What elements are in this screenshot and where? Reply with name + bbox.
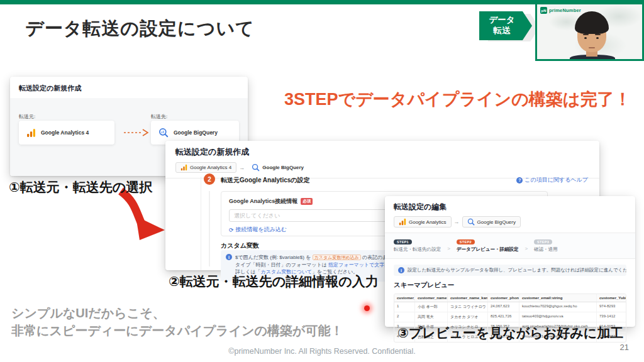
slide: データ転送の設定について データ 転送 pN primeNumber 転送設定の… [0,0,644,362]
cell: コタニ コウイチロウ [448,302,488,312]
source-chip[interactable]: Google Analytics [394,216,452,228]
shot2-connection-chips: Google Analytics 4 → Google BigQuery [165,161,599,178]
badge-line1: データ [489,15,514,26]
caption-step2: ②転送元・転送先の詳細情報の入力 [169,273,379,290]
presenter-hair [575,11,609,34]
custom-var-chip: カスタム変数埋め込み [313,255,361,260]
source-chip-label: Google Analytics 4 [190,165,231,170]
step3-badge: STEP3 [534,239,552,244]
chip-arrow: → [239,165,245,171]
help-link-label: この項目に関するヘルプ [525,176,588,184]
table-row: 2 高岡 竜夫 タカオカ タツオ 825,421,726 tatsuo403@h… [394,312,626,322]
shot3-connection-chips: Google Analytics → Google BigQuery [385,216,635,233]
presenter-eyebrow [595,34,601,35]
shot2-title: 転送設定の新規作成 [165,141,599,161]
copyright-footer: ©primeNumber Inc. All Rights Reserved. C… [0,347,644,356]
help-icon: ? [516,177,523,184]
table-row: 1 小谷 孝一郎 コタニ コウイチロウ 24,067,623 kouchiets… [394,302,626,312]
cell: 739-1412 [597,312,626,322]
source-chip[interactable]: Google Analytics 4 [175,162,236,173]
cell: 2 [394,312,415,322]
required-badge: 必須 [301,198,313,205]
step2-badge: STEP2 [457,239,475,244]
google-analytics-icon [26,128,36,138]
step2-label: データプレビュー・詳細設定 [457,246,519,253]
step1-label: 転送元・転送先の設定 [394,246,441,253]
wizard-step-1[interactable]: STEP1 転送元・転送先の設定 [394,239,441,253]
preview-info-bar: i 設定した転送元からサンプルデータを取得し、プレビューします。問題なければ詳細… [394,265,626,276]
google-analytics-icon [399,218,406,226]
step1-badge: STEP1 [394,239,412,244]
wizard-step-3[interactable]: STEP3 確認・適用 [534,239,558,253]
step-2-indicator: 2 [204,173,215,185]
bigquery-icon [252,163,260,172]
shot3-title: 転送設定の編集 [385,196,635,216]
info-icon: i [226,254,232,260]
data-transfer-badge: データ 転送 [479,11,532,40]
section-title: 転送元Google Analyticsの設定 [221,176,310,185]
reload-icon: ⟳ [229,227,234,233]
primenumber-logo-icon: pN [540,7,547,14]
wizard-steps: STEP1 転送元・転送先の設定 > STEP2 データプレビュー・詳細設定 >… [385,233,635,259]
divider [201,177,201,270]
step-separator: > [447,246,450,251]
screenshot-edit-transfer: 転送設定の編集 Google Analytics → Google BigQue… [385,196,635,327]
source-card-label: Google Analytics 4 [41,129,89,136]
headline: 3STEPでデータパイプラインの構築は完了！ [284,88,631,111]
tagline-line1: シンプルなUIだからこそ、 [11,304,343,322]
dest-chip-label: Google BigQuery [262,165,304,170]
badge-line2: 転送 [494,26,511,36]
dashed-arrow-icon [123,128,150,137]
shot1-title: 転送設定の新規作成 [10,77,248,99]
cell: 825,421,726 [488,312,519,322]
dest-card-label: Google BigQuery [174,129,218,136]
column-header: customer_phone:long [488,294,519,302]
dest-chip-label: Google BigQuery [477,219,516,225]
primenumber-logo-text: primeNumber [549,8,581,13]
presenter-eye [584,37,587,39]
dest-label: 転送先: [151,113,167,120]
webcam-video: pN primeNumber [535,3,644,61]
info-icon: i [398,267,404,273]
cell: 小谷 孝一郎 [415,302,448,312]
tagline-line2: 非常にスピーディーにデータパイプラインの構築が可能！ [11,322,343,339]
column-header: customer_id:long [394,294,415,302]
column-header: customer_name:string [415,294,448,302]
table-header-row: customer_id:long customer_name:string cu… [394,294,626,302]
cell: 1 [394,302,415,312]
dest-chip[interactable]: Google BigQuery [247,162,308,173]
dest-chip[interactable]: Google BigQuery [462,216,521,228]
column-header: customer_name_kana:string [448,294,488,302]
tagline: シンプルなUIだからこそ、 非常にスピーディーにデータパイプラインの構築が可能！ [11,304,343,339]
page-title: データ転送の設定について [25,16,255,41]
step-separator: > [525,246,528,251]
page-number: 21 [620,343,629,352]
caption-step1: ①転送元・転送先の選択 [9,178,152,196]
cell: 24,067,623 [488,302,519,312]
source-label: 転送元: [19,113,35,120]
step3-label: 確認・適用 [534,246,558,253]
cell: タカオカ タツオ [448,312,488,322]
presenter-eyebrow [583,34,589,35]
connection-field-label: Google Analytics接続情報 [229,197,297,206]
google-analytics-icon [180,164,187,171]
source-chip-label: Google Analytics [409,219,447,225]
preview-info-text: 設定した転送元からサンプルデータを取得し、プレビューします。問題なければ詳細設定… [408,267,626,273]
presenter-eye [596,37,599,39]
presenter-mouth [589,47,595,48]
chip-arrow: → [454,219,460,225]
cell: 974-8293 [597,302,626,312]
cell: kouchietsu7029@ghgux.xedq.ho [519,302,597,312]
cell: tatsuo403@hdjgunoiv.va [519,312,597,322]
wizard-step-2[interactable]: STEP2 データプレビュー・詳細設定 [457,239,519,253]
column-header: customer_email:string [519,294,597,302]
load-connection-label: 接続情報を読み込む [236,226,287,234]
bigquery-icon [158,128,169,138]
cell: 高岡 竜夫 [415,312,448,322]
custom-variable-title: カスタム変数 [221,241,259,250]
bigquery-icon [467,218,475,226]
column-header: customer_Yubin:string [597,294,626,302]
source-card[interactable]: Google Analytics 4 [19,121,114,145]
laser-pointer-dot [364,305,370,311]
help-link[interactable]: ? この項目に関するヘルプ [516,176,588,184]
